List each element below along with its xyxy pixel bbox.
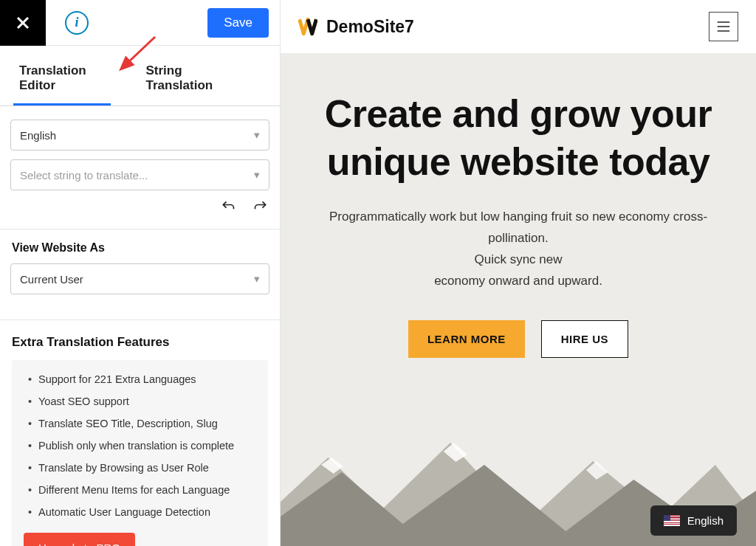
- view-as-label: View Website As: [0, 241, 280, 263]
- feature-item: Support for 221 Extra Languages: [28, 373, 256, 385]
- string-select-placeholder: Select string to translate...: [20, 169, 148, 182]
- feature-item: Automatic User Language Detection: [28, 506, 256, 518]
- chevron-down-icon: ▾: [254, 272, 260, 286]
- language-switcher[interactable]: English: [650, 505, 737, 536]
- feature-item: Translate by Browsing as User Role: [28, 462, 256, 474]
- feature-item: Publish only when translation is complet…: [28, 440, 256, 452]
- hero-title: Create and grow your unique website toda…: [300, 90, 737, 186]
- language-select[interactable]: English ▾: [10, 120, 269, 151]
- site-logo-icon: [298, 17, 317, 36]
- learn-more-button[interactable]: LEARN MORE: [408, 320, 525, 358]
- chevron-down-icon: ▾: [254, 128, 260, 142]
- info-button[interactable]: i: [65, 11, 89, 35]
- language-switcher-label: English: [687, 514, 724, 527]
- hire-us-button[interactable]: HIRE US: [541, 320, 628, 358]
- language-select-value: English: [20, 129, 56, 142]
- feature-list: Support for 221 Extra Languages Yoast SE…: [24, 373, 256, 518]
- hamburger-icon: [717, 21, 730, 32]
- view-as-select[interactable]: Current User ▾: [10, 263, 269, 294]
- tab-string-translation[interactable]: String Translation: [140, 52, 238, 106]
- previous-string-icon[interactable]: [221, 199, 236, 214]
- feature-item: Yoast SEO support: [28, 395, 256, 407]
- site-header: DemoSite7: [281, 0, 756, 53]
- save-button[interactable]: Save: [207, 8, 269, 38]
- view-as-value: Current User: [20, 273, 83, 286]
- close-button[interactable]: [0, 0, 46, 46]
- site-preview: DemoSite7 Create and grow your unique we…: [281, 0, 756, 546]
- flag-us-icon: [664, 515, 680, 526]
- close-icon: [14, 14, 32, 32]
- sidebar-tabs: Translation Editor String Translation: [0, 52, 280, 106]
- extra-features-title: Extra Translation Features: [12, 335, 268, 350]
- next-string-icon[interactable]: [253, 199, 268, 214]
- info-icon: i: [75, 15, 78, 30]
- hero-buttons: LEARN MORE HIRE US: [300, 320, 737, 358]
- sidebar-top-row: i Save: [0, 0, 280, 46]
- tab-translation-editor[interactable]: Translation Editor: [13, 52, 111, 106]
- site-brand[interactable]: DemoSite7: [298, 17, 414, 37]
- string-select[interactable]: Select string to translate... ▾: [10, 159, 269, 190]
- chevron-down-icon: ▾: [254, 168, 260, 182]
- upgrade-to-pro-button[interactable]: Upgrade to PRO: [24, 533, 135, 546]
- extra-features-box: Support for 221 Extra Languages Yoast SE…: [12, 360, 268, 546]
- hero-section: Create and grow your unique website toda…: [281, 53, 756, 546]
- translation-sidebar: i Save Translation Editor String Transla…: [0, 0, 281, 546]
- site-name: DemoSite7: [326, 17, 414, 37]
- feature-item: Different Menu Items for each Language: [28, 484, 256, 496]
- feature-item: Translate SEO Title, Description, Slug: [28, 418, 256, 429]
- hamburger-menu-button[interactable]: [709, 12, 738, 41]
- hero-subtitle: Programmatically work but low hanging fr…: [300, 207, 737, 292]
